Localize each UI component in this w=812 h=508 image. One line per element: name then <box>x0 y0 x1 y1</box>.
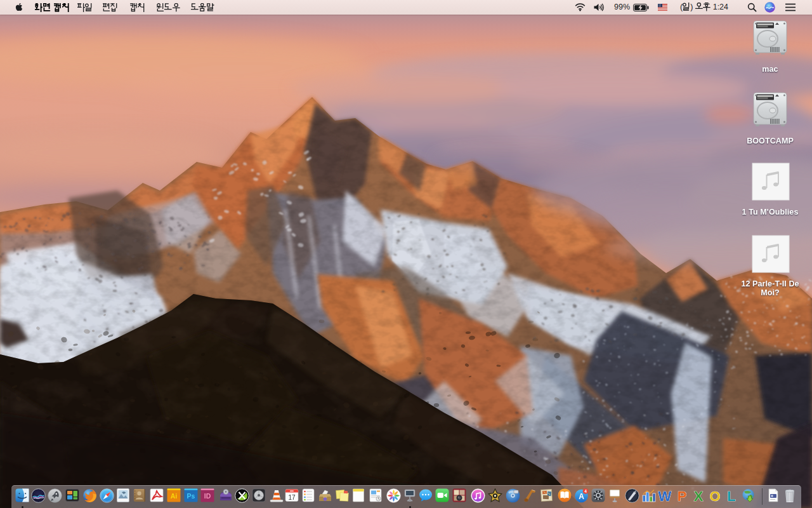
svg-text:W: W <box>658 488 672 504</box>
svg-text:P: P <box>678 488 687 504</box>
svg-text:X: X <box>694 488 704 504</box>
svg-text:Ps: Ps <box>187 492 195 500</box>
svg-text:L: L <box>727 488 735 504</box>
svg-text:O: O <box>709 488 720 504</box>
svg-text:Ai: Ai <box>171 492 178 500</box>
svg-text:17: 17 <box>288 494 296 501</box>
svg-text:ID: ID <box>204 492 211 500</box>
svg-text:4: 4 <box>584 489 587 493</box>
svg-text:A: A <box>579 492 584 501</box>
